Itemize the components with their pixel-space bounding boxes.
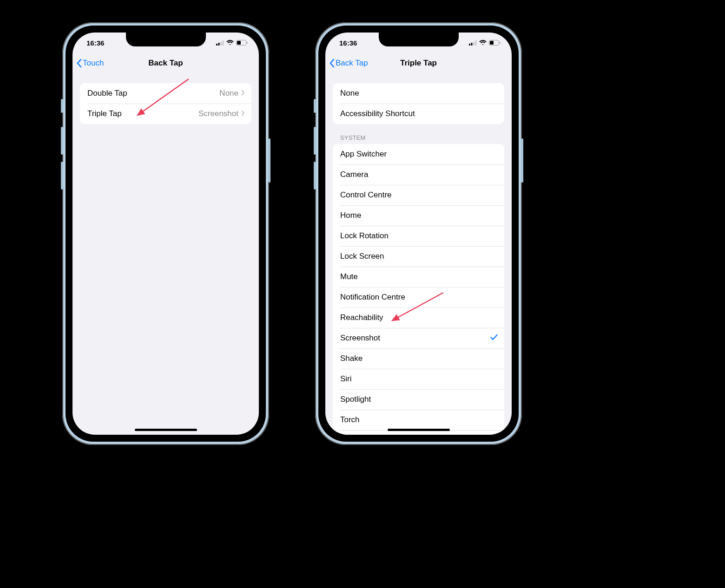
page-title: Triple Tap: [400, 59, 437, 68]
wifi-icon: [226, 40, 234, 46]
row-label: Spotlight: [340, 395, 371, 404]
side-button-silence: [61, 99, 63, 113]
svg-rect-7: [469, 44, 470, 46]
settings-group: Double Tap None Triple Tap Screenshot: [80, 83, 251, 124]
row-label: Home: [340, 211, 361, 220]
side-button-silence: [314, 99, 316, 113]
checkmark-icon: [490, 333, 498, 343]
row-system-mute[interactable]: Mute: [333, 267, 504, 287]
battery-icon: [489, 40, 501, 46]
row-system-torch[interactable]: Torch: [333, 410, 504, 430]
row-system-spotlight[interactable]: Spotlight: [333, 389, 504, 410]
chevron-left-icon: [76, 59, 82, 68]
section-header-system: System: [340, 134, 497, 141]
row-label: Lock Rotation: [340, 231, 389, 241]
cellular-icon: [216, 40, 224, 46]
battery-icon: [236, 40, 248, 46]
row-label: Mute: [340, 272, 358, 281]
notch: [126, 33, 206, 46]
side-button-vol-up: [314, 127, 316, 155]
side-button-vol-down: [314, 162, 316, 189]
row-double-tap[interactable]: Double Tap None: [80, 83, 251, 104]
row-label: Reachability: [340, 313, 383, 322]
row-label: Notification Centre: [340, 293, 405, 302]
row-system-shake[interactable]: Shake: [333, 348, 504, 369]
svg-rect-12: [490, 41, 494, 45]
row-label: Shake: [340, 354, 362, 363]
chevron-right-icon: [241, 89, 245, 98]
row-detail: None: [219, 89, 238, 98]
chevron-right-icon: [241, 109, 245, 118]
row-system-lock-rotation[interactable]: Lock Rotation: [333, 226, 504, 246]
status-time: 16:36: [339, 39, 357, 47]
phone-right: 16:36: [315, 22, 522, 445]
status-time: 16:36: [86, 39, 104, 47]
row-label: Double Tap: [87, 89, 127, 98]
notch: [379, 33, 459, 46]
back-label: Touch: [83, 59, 104, 68]
svg-rect-9: [473, 42, 475, 46]
screen-triple-tap: 16:36: [325, 33, 512, 435]
chevron-left-icon: [329, 59, 335, 68]
side-button-vol-down: [61, 162, 63, 189]
home-indicator[interactable]: [388, 429, 450, 431]
svg-rect-8: [471, 43, 473, 46]
row-system-app-switcher[interactable]: App Switcher: [333, 144, 504, 164]
row-system-control-centre[interactable]: Control Centre: [333, 185, 504, 205]
svg-rect-10: [475, 40, 477, 46]
svg-rect-2: [220, 42, 222, 46]
side-button-power: [521, 138, 523, 183]
home-indicator[interactable]: [135, 429, 197, 431]
back-button[interactable]: Touch: [76, 53, 104, 73]
phone-left: 16:36: [62, 22, 269, 445]
row-system-siri[interactable]: Siri: [333, 369, 504, 389]
side-button-power: [268, 138, 270, 183]
row-label: Camera: [340, 170, 368, 179]
row-label: Siri: [340, 374, 352, 384]
row-label: Screenshot: [340, 333, 380, 343]
row-system-camera[interactable]: Camera: [333, 164, 504, 185]
row-none[interactable]: None: [333, 83, 504, 104]
row-detail: Screenshot: [198, 109, 238, 118]
svg-rect-1: [218, 43, 220, 46]
row-accessibility-shortcut[interactable]: Accessibility Shortcut: [333, 104, 504, 124]
svg-rect-6: [247, 42, 248, 44]
row-system-lock-screen[interactable]: Lock Screen: [333, 246, 504, 267]
row-label: Lock Screen: [340, 252, 384, 261]
row-system-notification-centre[interactable]: Notification Centre: [333, 287, 504, 307]
svg-rect-5: [237, 41, 241, 45]
nav-bar: Back Tap Triple Tap: [325, 53, 512, 74]
screen-back-tap: 16:36: [72, 33, 259, 435]
row-label: Control Centre: [340, 190, 392, 200]
row-triple-tap[interactable]: Triple Tap Screenshot: [80, 104, 251, 124]
row-system-screenshot[interactable]: Screenshot: [333, 328, 504, 348]
nav-bar: Touch Back Tap: [72, 53, 259, 74]
back-label: Back Tap: [336, 59, 368, 68]
back-button[interactable]: Back Tap: [329, 53, 368, 73]
row-label: Torch: [340, 415, 360, 425]
side-button-vol-up: [61, 127, 63, 155]
svg-rect-0: [216, 44, 218, 46]
row-label: Triple Tap: [87, 109, 122, 118]
svg-rect-13: [500, 42, 501, 44]
row-label: App Switcher: [340, 150, 387, 159]
row-system-reachability[interactable]: Reachability: [333, 307, 504, 328]
svg-rect-3: [223, 40, 224, 46]
row-label: None: [340, 89, 359, 98]
row-label: Accessibility Shortcut: [340, 109, 415, 118]
settings-group-system: App SwitcherCameraControl CentreHomeLock…: [333, 144, 504, 435]
page-title: Back Tap: [148, 59, 183, 68]
cellular-icon: [469, 40, 477, 46]
wifi-icon: [479, 40, 487, 46]
settings-group-top: None Accessibility Shortcut: [333, 83, 504, 124]
row-system-home[interactable]: Home: [333, 205, 504, 226]
